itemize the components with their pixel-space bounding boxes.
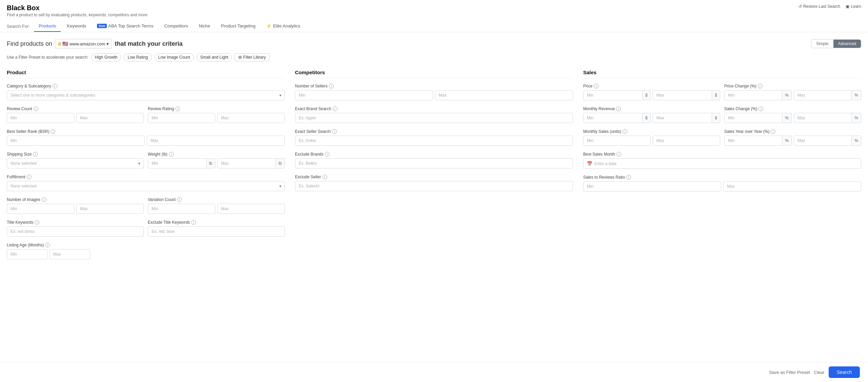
title-keywords-info-icon[interactable]: i	[35, 220, 39, 225]
amazon-domain-select[interactable]: a 🇺🇸 www.amazon.com ▾	[55, 39, 112, 48]
weight-max-input[interactable]	[217, 158, 276, 168]
exact-seller-input[interactable]	[295, 136, 573, 146]
category-info-icon[interactable]: i	[53, 84, 57, 88]
find-suffix: that match your criteria	[115, 40, 182, 47]
sales-reviews-min-input[interactable]	[583, 181, 721, 192]
sales-reviews-max-input[interactable]	[723, 181, 861, 192]
chevron-down-icon: ▾	[106, 41, 109, 46]
bsr-max-input[interactable]	[147, 136, 285, 146]
title-keywords-input[interactable]	[7, 226, 144, 237]
weight-min-input[interactable]	[148, 158, 206, 168]
exclude-title-keywords-input[interactable]	[148, 226, 285, 237]
tab-products[interactable]: Products	[34, 21, 61, 32]
review-count-group: Review Count i	[7, 106, 144, 123]
restore-last-search-button[interactable]: ↺ Restore Last Search	[798, 4, 840, 9]
num-sellers-info-icon[interactable]: i	[329, 84, 334, 88]
fulfillment-info-icon[interactable]: i	[27, 175, 32, 179]
learn-button[interactable]: ▣ Learn	[846, 4, 861, 9]
monthly-sales-min-input[interactable]	[583, 136, 651, 146]
review-rating-group: Review Rating i	[148, 106, 285, 123]
shipping-size-select[interactable]: None selected	[7, 158, 144, 168]
preset-low-image-count[interactable]: Low Image Count	[155, 53, 194, 61]
bsr-min-input[interactable]	[7, 136, 145, 146]
price-min-input[interactable]	[583, 90, 643, 100]
listing-age-min-input[interactable]	[7, 249, 47, 259]
exclude-brands-input[interactable]	[295, 158, 573, 168]
category-select[interactable]: Select one or more categories & subcateg…	[7, 90, 285, 100]
review-rating-min-input[interactable]	[148, 113, 215, 123]
monthly-revenue-min-input[interactable]	[583, 113, 643, 123]
advanced-view-button[interactable]: Advanced	[833, 40, 861, 48]
sales-yoy-info-icon[interactable]: i	[771, 129, 775, 134]
tab-keywords[interactable]: Keywords	[62, 21, 91, 32]
review-count-max-input[interactable]	[76, 113, 144, 123]
price-change-max-unit: %	[852, 90, 861, 100]
bsr-info-icon[interactable]: i	[51, 129, 55, 134]
search-for-label: Search For:	[7, 24, 30, 29]
tab-targeting[interactable]: Product Targeting	[216, 21, 260, 32]
exclude-seller-input[interactable]	[295, 181, 573, 191]
variation-count-min-input[interactable]	[148, 204, 215, 214]
best-sales-month-info-icon[interactable]: i	[616, 152, 621, 157]
tab-elite[interactable]: ⚡ Elite Analytics	[261, 21, 305, 32]
review-count-min-input[interactable]	[7, 113, 74, 123]
revenue-sales-change-row: Monthly Revenue i $ $	[583, 106, 861, 123]
num-images-min-input[interactable]	[7, 204, 74, 214]
num-images-info-icon[interactable]: i	[42, 197, 46, 202]
review-rating-info-icon[interactable]: i	[175, 106, 180, 111]
exact-seller-info-icon[interactable]: i	[332, 129, 337, 134]
tab-niche[interactable]: Niche	[194, 21, 215, 32]
price-change-min-unit: %	[782, 90, 792, 100]
price-change-info-icon[interactable]: i	[758, 84, 763, 88]
weight-group: Weight (lb) i lb lb	[148, 152, 285, 168]
listing-age-info-icon[interactable]: i	[45, 243, 50, 247]
price-info-icon[interactable]: i	[594, 84, 598, 88]
monthly-revenue-max-input[interactable]	[653, 113, 712, 123]
weight-info-icon[interactable]: i	[169, 152, 174, 157]
sales-change-group: Sales Change (%) i % %	[724, 106, 861, 123]
exclude-keywords-info-icon[interactable]: i	[191, 220, 196, 225]
best-sales-month-input[interactable]: 📅 Enter a date	[583, 158, 861, 169]
simple-view-button[interactable]: Simple	[811, 40, 833, 48]
tab-aba[interactable]: true ABA Top Search Terms	[92, 21, 158, 32]
view-toggle: Simple Advanced	[811, 39, 861, 48]
sales-yoy-max-input[interactable]	[794, 136, 852, 146]
num-sellers-max-input[interactable]	[435, 90, 573, 100]
variation-count-info-icon[interactable]: i	[177, 197, 182, 202]
price-change-max-input[interactable]	[794, 90, 852, 100]
shipping-size-info-icon[interactable]: i	[33, 152, 38, 157]
exact-brand-info-icon[interactable]: i	[333, 106, 337, 111]
sales-change-info-icon[interactable]: i	[758, 106, 763, 111]
header: Black Box Find a product to sell by eval…	[0, 0, 868, 32]
fulfillment-select[interactable]: None selected	[7, 181, 285, 191]
monthly-revenue-info-icon[interactable]: i	[616, 106, 621, 111]
variation-count-max-input[interactable]	[217, 204, 285, 214]
sales-yoy-min-input[interactable]	[724, 136, 782, 146]
review-count-info-icon[interactable]: i	[34, 106, 38, 111]
tab-competitors[interactable]: Competitors	[159, 21, 193, 32]
sales-reviews-info-icon[interactable]: i	[626, 175, 631, 180]
preset-small-and-light[interactable]: Small and Light	[197, 53, 232, 61]
exact-brand-input[interactable]	[295, 113, 573, 123]
sales-change-max-input[interactable]	[794, 113, 852, 123]
exclude-seller-info-icon[interactable]: i	[322, 175, 327, 179]
num-images-max-input[interactable]	[76, 204, 144, 214]
monthly-sales-info-icon[interactable]: i	[623, 129, 627, 134]
fulfillment-group: Fulfillment i None selected	[7, 175, 285, 191]
preset-low-rating[interactable]: Low Rating	[124, 53, 152, 61]
monthly-sales-group: Monthly Sales (units) i	[583, 129, 720, 146]
num-sellers-min-input[interactable]	[295, 90, 433, 100]
filter-library-button[interactable]: ⊞ Filter Library	[235, 53, 270, 61]
sales-change-min-input[interactable]	[724, 113, 782, 123]
find-prefix: Find products on	[7, 40, 52, 47]
listing-age-max-input[interactable]	[50, 249, 90, 259]
review-rating-max-input[interactable]	[217, 113, 285, 123]
new-badge: true	[97, 24, 107, 28]
exclude-brands-info-icon[interactable]: i	[325, 152, 330, 157]
main-content: Find products on a 🇺🇸 www.amazon.com ▾ t…	[0, 32, 868, 293]
sales-change-max-unit: %	[852, 113, 861, 123]
price-max-input[interactable]	[653, 90, 712, 100]
monthly-sales-max-input[interactable]	[653, 136, 720, 146]
preset-high-growth[interactable]: High Growth	[91, 53, 121, 61]
price-change-min-input[interactable]	[724, 90, 782, 100]
